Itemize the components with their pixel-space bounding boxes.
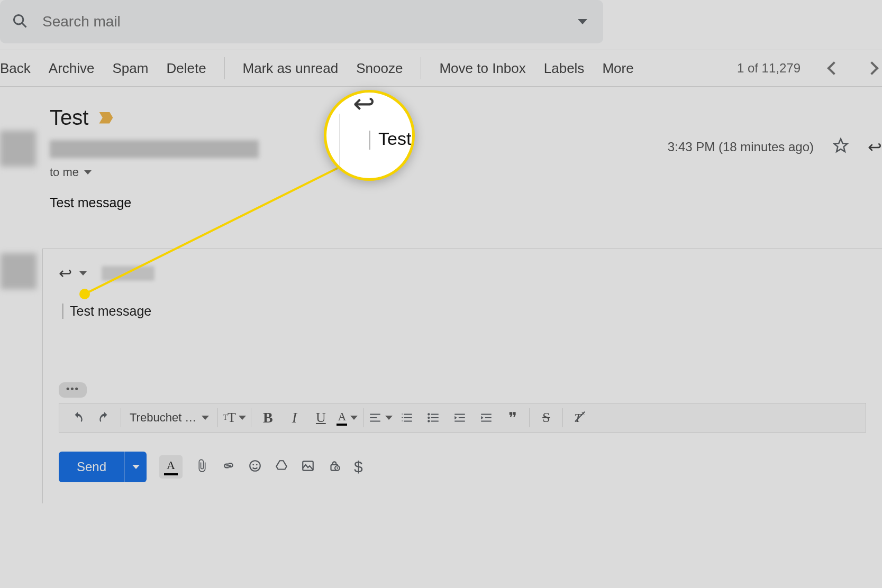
to-label: to me	[50, 166, 79, 179]
svg-point-8	[256, 464, 258, 465]
magnifier-text: Test	[378, 128, 411, 149]
send-row: Send A $	[59, 452, 866, 482]
my-avatar	[1, 253, 37, 289]
quote-button[interactable]: ❞	[499, 403, 526, 432]
mag-reply-icon: ↩	[353, 90, 375, 119]
indent-more-button[interactable]	[473, 403, 499, 432]
search-input[interactable]	[42, 13, 563, 30]
sender-block: to me 3:43 PM (18 minutes ago) ↩	[0, 140, 882, 179]
font-size-button[interactable]: TT	[221, 403, 248, 432]
send-button-group: Send	[59, 452, 147, 482]
font-family-select[interactable]: Trebuchet …	[124, 411, 214, 425]
svg-point-6	[250, 461, 260, 471]
italic-button[interactable]: I	[281, 403, 307, 432]
svg-point-7	[252, 464, 254, 465]
labels-button[interactable]: Labels	[544, 60, 585, 77]
sender-avatar	[0, 131, 36, 167]
snooze-button[interactable]: Snooze	[356, 60, 403, 77]
reply-mode-icon[interactable]: ↩	[59, 264, 72, 282]
search-icon	[12, 13, 28, 31]
search-bar[interactable]	[0, 0, 603, 43]
magnifier-callout: ↩ Test	[324, 90, 415, 181]
indent-less-button[interactable]	[447, 403, 473, 432]
svg-line-1	[22, 23, 26, 27]
bold-button[interactable]: B	[254, 403, 281, 432]
svg-marker-2	[834, 139, 848, 152]
align-button[interactable]	[367, 403, 394, 432]
show-trimmed-content-button[interactable]: •••	[59, 382, 87, 398]
reply-icon[interactable]: ↩	[868, 137, 882, 157]
sender-name-redacted	[50, 140, 259, 158]
subject-row: Test	[0, 87, 882, 140]
back-button[interactable]: Back	[0, 60, 31, 77]
action-toolbar: Back Archive Spam Delete Mark as unread …	[0, 50, 882, 87]
email-body: Test message	[0, 179, 882, 210]
insert-drive-icon[interactable]	[275, 459, 288, 475]
undo-button[interactable]	[65, 403, 91, 432]
svg-point-4	[428, 417, 430, 419]
svg-point-5	[428, 420, 430, 422]
redo-button[interactable]	[91, 403, 117, 432]
strikethrough-button[interactable]: S	[533, 403, 559, 432]
attach-file-icon[interactable]	[195, 459, 209, 475]
toolbar-separator	[421, 57, 421, 79]
search-options-dropdown[interactable]	[578, 19, 587, 24]
move-to-inbox-button[interactable]: Move to Inbox	[439, 60, 525, 77]
important-marker-icon[interactable]	[99, 112, 113, 124]
bulleted-list-button[interactable]	[420, 403, 447, 432]
send-options-dropdown[interactable]	[124, 452, 147, 482]
show-details-dropdown-icon[interactable]	[84, 170, 92, 174]
callout-dot	[79, 289, 90, 299]
send-button[interactable]: Send	[59, 452, 124, 482]
reply-mode-dropdown-icon[interactable]	[79, 271, 87, 275]
insert-link-icon[interactable]	[222, 459, 235, 475]
recipient-line[interactable]: to me	[50, 166, 882, 179]
spam-button[interactable]: Spam	[113, 60, 149, 77]
quoted-text[interactable]: Test message	[62, 304, 866, 319]
next-message-button[interactable]	[862, 55, 882, 82]
reply-compose-box[interactable]: ↩ Test message ••• Trebuchet … TT B I U …	[42, 249, 882, 503]
insert-emoji-icon[interactable]	[248, 459, 262, 475]
email-timestamp: 3:43 PM (18 minutes ago)	[668, 140, 814, 154]
prev-message-button[interactable]	[824, 55, 844, 82]
reply-recipient-redacted	[102, 266, 154, 281]
message-counter: 1 of 11,279	[737, 61, 801, 76]
confidential-mode-icon[interactable]	[328, 459, 341, 475]
insert-money-icon[interactable]: $	[354, 458, 363, 476]
archive-button[interactable]: Archive	[49, 60, 95, 77]
email-subject: Test	[50, 106, 88, 130]
insert-photo-icon[interactable]	[301, 459, 315, 475]
text-color-button[interactable]: A	[334, 403, 360, 432]
svg-point-3	[428, 413, 430, 415]
remove-formatting-button[interactable]: T×	[566, 403, 593, 432]
numbered-list-button[interactable]	[394, 403, 420, 432]
underline-button[interactable]: U	[307, 403, 334, 432]
toolbar-separator	[224, 57, 225, 79]
formatting-options-button[interactable]: A	[159, 455, 183, 479]
more-button[interactable]: More	[602, 60, 633, 77]
star-button[interactable]	[833, 137, 849, 157]
formatting-toolbar: Trebuchet … TT B I U A ❞ S T×	[59, 403, 866, 433]
svg-point-0	[14, 15, 23, 24]
delete-button[interactable]: Delete	[166, 60, 206, 77]
mark-unread-button[interactable]: Mark as unread	[243, 60, 339, 77]
